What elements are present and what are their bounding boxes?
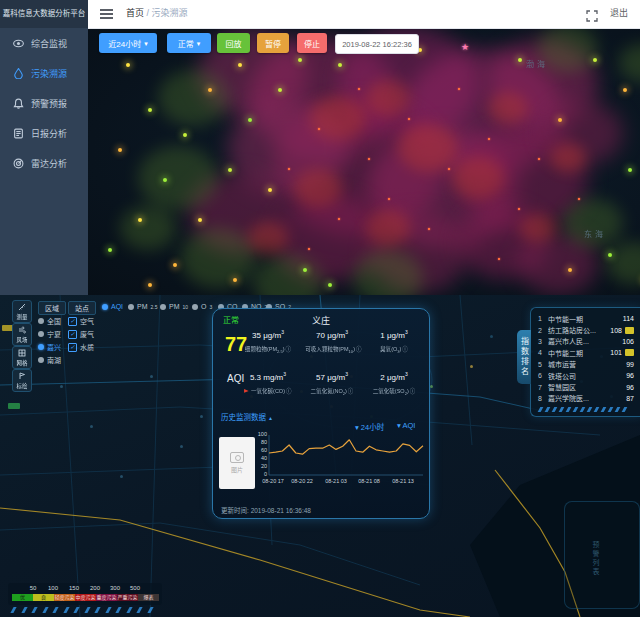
pollutant-option-aqi[interactable]: AQI xyxy=(102,303,123,310)
region-option-jiaxing[interactable]: 嘉兴 xyxy=(38,342,61,352)
chart-metric-select[interactable]: ▾ AQI xyxy=(397,421,415,430)
reading-pm25: 35 μg/m3 细颗粒物(PM2.5)ⓘ xyxy=(239,329,297,354)
ranking-row[interactable]: 8嘉兴学院医...87 xyxy=(531,393,640,404)
pollutant-option-pm10[interactable]: PM10 xyxy=(160,303,188,310)
alert-flag-icon xyxy=(245,389,250,393)
pagination-dash[interactable] xyxy=(608,407,614,412)
timeline-dash xyxy=(52,607,58,613)
playback-button[interactable]: 回放 xyxy=(217,33,250,53)
eye-icon xyxy=(13,38,24,49)
ranking-row[interactable]: 1中节能一期114 xyxy=(531,313,640,324)
time-range-select[interactable]: 近24小时▾ xyxy=(99,33,157,53)
datetime-input[interactable]: 2019-08-22 16:22:36 xyxy=(335,34,419,54)
ranking-row[interactable]: 2纺工路站房公...108 xyxy=(531,324,640,335)
city-detail-map[interactable]: 测量 风场 网格 标绘 区域 全国 宁夏 嘉兴 南湖 站点 ✓ xyxy=(0,295,640,617)
region-option-nanhu[interactable]: 南湖 xyxy=(38,355,61,365)
fullscreen-icon[interactable] xyxy=(586,8,598,26)
station-marker xyxy=(408,118,410,120)
timeline-dash xyxy=(105,607,111,613)
info-icon: ⓘ xyxy=(348,388,354,394)
station-marker xyxy=(518,208,520,210)
station-glow-dot xyxy=(198,218,202,222)
radio-selected-icon xyxy=(102,304,108,310)
reading-o3: 1 μg/m3 臭氧(O3)ⓘ xyxy=(365,329,423,354)
station-marker xyxy=(288,168,290,170)
pagination-dash[interactable] xyxy=(552,407,558,412)
station-glow-dot xyxy=(238,63,242,67)
region-option-nationwide[interactable]: 全国 xyxy=(38,316,61,326)
heat-blob-green xyxy=(607,242,640,284)
station-glow-dot xyxy=(558,118,562,122)
reading-no2: 57 μg/m3 二氧化氮(NO2)ⓘ xyxy=(303,371,361,396)
hamburger-menu-icon[interactable] xyxy=(100,9,113,19)
pagination-dash[interactable] xyxy=(601,407,607,412)
pagination-dash[interactable] xyxy=(587,407,593,412)
index-ranking-panel: 1中节能一期114 2纺工路站房公...108 3嘉兴市人民...106 4中节… xyxy=(530,307,640,417)
logout-button[interactable]: 退出 xyxy=(610,0,628,27)
sidebar-item-daily-report[interactable]: 日报分析 xyxy=(0,118,88,148)
sidebar-item-pollution-trace[interactable]: 污染溯源 xyxy=(0,58,88,88)
pagination-dash[interactable] xyxy=(594,407,600,412)
camera-icon xyxy=(230,452,244,463)
sidebar-item-radar-analysis[interactable]: 雷达分析 xyxy=(0,148,88,178)
site-option-air[interactable]: ✓空气 xyxy=(68,316,94,326)
breadcrumb-home-link[interactable]: 首页 xyxy=(126,8,144,18)
pagination-dash[interactable] xyxy=(580,407,586,412)
site-selector-header[interactable]: 站点 xyxy=(68,301,96,315)
station-glow-dot xyxy=(138,218,142,222)
tool-grid-button[interactable]: 网格 xyxy=(12,346,32,369)
tool-plot-button[interactable]: 标绘 xyxy=(12,369,32,392)
heat-blob-green xyxy=(120,206,176,251)
pause-button[interactable]: 暂停 xyxy=(257,33,289,53)
pagination-dash[interactable] xyxy=(545,407,551,412)
station-marker xyxy=(498,258,500,260)
pollutant-option-pm25[interactable]: PM2.5 xyxy=(128,303,157,310)
station-photo-placeholder[interactable]: 图片 xyxy=(219,437,255,489)
station-glow-dot xyxy=(303,268,307,272)
flag-icon xyxy=(18,372,26,380)
level-badge xyxy=(625,327,634,334)
stop-button[interactable]: 停止 xyxy=(297,33,327,53)
history-data-link[interactable]: 历史监测数据 ▲ xyxy=(221,411,273,422)
ranking-row[interactable]: 4中节能二期101 xyxy=(531,347,640,358)
ranking-row[interactable]: 3嘉兴市人民...106 xyxy=(531,336,640,347)
region-selector-header[interactable]: 区域 xyxy=(38,301,66,315)
station-marker xyxy=(308,248,310,250)
region-option-ningxia[interactable]: 宁夏 xyxy=(38,329,61,339)
national-heatmap-map[interactable]: 渤海 东海 ★ 近24小时▾ 正常▾ 回放 暂停 停止 2019-08-22 1… xyxy=(88,28,640,295)
sidebar: 嘉科信息大数据分析平台 综合监视 污染溯源 预警预报 日报分析 雷达分析 xyxy=(0,0,88,295)
heat-blob-green xyxy=(138,146,218,210)
site-option-water[interactable]: ✓水质 xyxy=(68,342,94,352)
sidebar-item-monitoring[interactable]: 综合监视 xyxy=(0,28,88,58)
ranking-tab[interactable]: 指数排名 xyxy=(517,330,531,384)
tool-measure-button[interactable]: 测量 xyxy=(12,300,32,323)
pollutant-option-o3[interactable]: O3 xyxy=(192,303,212,310)
sidebar-item-warning-forecast[interactable]: 预警预报 xyxy=(0,88,88,118)
breadcrumb-current: 污染溯源 xyxy=(152,8,188,18)
tool-windfield-button[interactable]: 风场 xyxy=(12,323,32,346)
pagination-dash[interactable] xyxy=(622,407,628,412)
station-glow-dot xyxy=(183,133,187,137)
collapse-up-icon: ▲ xyxy=(268,415,273,421)
legend-segment: 优 xyxy=(12,594,33,601)
timeline-progress-dashes xyxy=(12,607,152,613)
checkbox-checked-icon: ✓ xyxy=(68,330,77,339)
station-glow-dot xyxy=(328,283,332,287)
pagination-dash[interactable] xyxy=(559,407,565,412)
ranking-row[interactable]: 6铁塔公司96 xyxy=(531,370,640,381)
station-glow-dot xyxy=(338,63,342,67)
warning-list-tab[interactable]: 预警列表 xyxy=(590,541,600,577)
pagination-dash[interactable] xyxy=(615,407,621,412)
status-select[interactable]: 正常▾ xyxy=(167,33,211,53)
pagination-dash[interactable] xyxy=(573,407,579,412)
station-name: 义庄 xyxy=(213,314,429,327)
pagination-dash[interactable] xyxy=(566,407,572,412)
heat-blob-green xyxy=(563,199,623,247)
ranking-row[interactable]: 7智慧园区96 xyxy=(531,381,640,392)
pagination-dash[interactable] xyxy=(538,407,544,412)
capital-star-icon: ★ xyxy=(461,42,469,52)
ranking-row[interactable]: 5城市运营99 xyxy=(531,359,640,370)
legend-tick: 50 xyxy=(30,585,37,591)
timeline-dash xyxy=(21,607,27,613)
site-option-exhaust[interactable]: ✓废气 xyxy=(68,329,94,339)
